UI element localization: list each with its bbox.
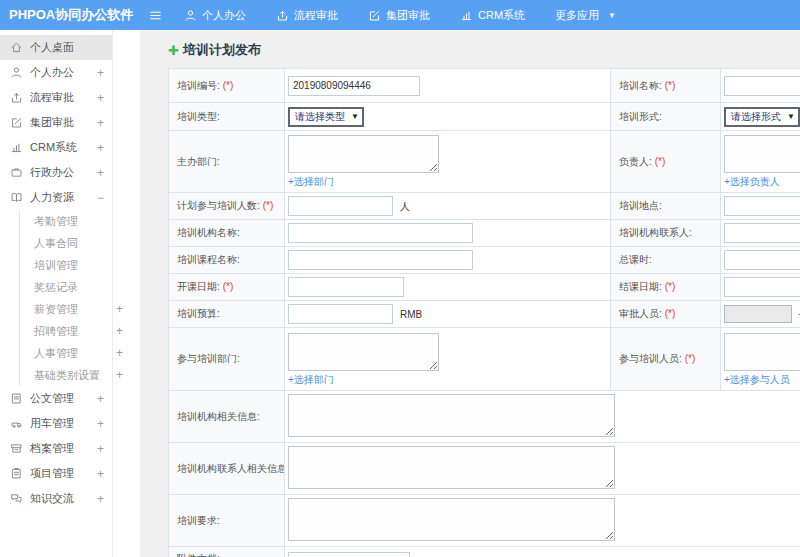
sidebar-item-label: 人事合同 [34,236,78,251]
selected-option: 请选择类型 [295,110,345,124]
course-name-input[interactable] [288,250,473,270]
nav-label: 个人办公 [202,8,246,23]
field-label: 开课日期: [177,281,220,292]
briefcase-icon [10,166,23,179]
sidebar-item-knowledge-exchange[interactable]: 知识交流 + [0,486,112,511]
choose-join-dept-link[interactable]: +选择部门 [288,373,334,387]
expand-plus-icon[interactable]: + [97,467,104,481]
attachment-input[interactable] [288,552,410,557]
sidebar-item-recruit-mgmt[interactable]: 招聘管理 + [20,320,112,342]
training-place-input[interactable] [724,196,800,216]
training-mode-select[interactable]: 请选择形式 ▼ [724,107,800,127]
expand-plus-icon[interactable]: + [97,141,104,155]
field-label: 培训类型: [177,111,220,122]
sidebar-item-hr-contract[interactable]: 人事合同 [20,232,112,254]
expand-plus-icon[interactable]: + [116,324,123,338]
choose-dept-link[interactable]: +选择部门 [288,175,334,189]
org-info-textarea[interactable] [288,394,615,437]
sidebar-item-label: 流程审批 [30,90,74,105]
table-row: 培训机构联系人相关信息: [169,443,800,495]
sidebar-item-personnel-mgmt[interactable]: 人事管理 + [20,342,112,364]
sidebar-item-archive-mgmt[interactable]: 档案管理 + [0,436,112,461]
expand-plus-icon[interactable]: + [97,66,104,80]
sidebar-item-workflow-approval[interactable]: 流程审批 + [0,85,112,110]
sidebar-item-label: 集团审批 [30,115,74,130]
sidebar-item-salary-mgmt[interactable]: 薪资管理 + [20,298,112,320]
training-type-select[interactable]: 请选择类型 ▼ [288,107,364,127]
field-label: 培训机构名称: [177,227,240,238]
collapse-minus-icon[interactable]: − [97,191,104,205]
expand-plus-icon[interactable]: + [116,368,123,382]
end-date-input[interactable] [724,277,800,297]
nav-label: 更多应用 [555,8,599,23]
field-label: 参与培训人员: [619,353,682,364]
field-label: 总课时: [619,254,652,265]
training-no-input[interactable] [288,76,420,96]
sidebar-item-label: 公文管理 [30,391,74,406]
expand-plus-icon[interactable]: + [97,166,104,180]
field-label: 计划参与培训人数: [177,200,260,211]
sidebar-item-vehicle-mgmt[interactable]: 用车管理 + [0,411,112,436]
expand-plus-icon[interactable]: + [116,302,123,316]
approver-input[interactable] [724,305,792,323]
sidebar-item-training-mgmt[interactable]: 培训管理 [20,254,112,276]
nav-personal-office[interactable]: 个人办公 [184,8,246,23]
field-label: 培训要求: [177,515,220,526]
leader-textarea[interactable] [724,135,800,173]
expand-plus-icon[interactable]: + [97,492,104,506]
expand-plus-icon[interactable]: + [97,116,104,130]
sidebar-item-personal-desktop[interactable]: 个人桌面 [0,35,112,60]
field-label: 负责人: [619,156,652,167]
training-org-input[interactable] [288,223,473,243]
sidebar-item-personal-office[interactable]: 个人办公 + [0,60,112,85]
contact-info-textarea[interactable] [288,446,615,489]
nav-group-approval[interactable]: 集团审批 [368,8,430,23]
expand-plus-icon[interactable]: + [97,91,104,105]
field-label: 培训形式: [619,111,662,122]
chevron-down-icon: ▼ [787,112,795,121]
choose-join-user-link[interactable]: +选择参与人员 [724,373,790,387]
sidebar-item-base-category-setting[interactable]: 基础类别设置 + [20,364,112,386]
sidebar-item-group-approval[interactable]: 集团审批 + [0,110,112,135]
trainee-count-input[interactable] [288,196,393,216]
document-icon [10,392,23,405]
sidebar-item-reward-record[interactable]: 奖惩记录 [20,276,112,298]
sidebar-item-document-mgmt[interactable]: 公文管理 + [0,386,112,411]
join-user-textarea[interactable] [724,333,800,371]
page-title: ✚ 培训计划发布 [168,41,800,59]
bar-chart-icon [10,141,23,154]
nav-more-apps[interactable]: 更多应用 ▼ [555,8,616,23]
join-dept-textarea[interactable] [288,333,439,371]
field-label: 培训预算: [177,308,220,319]
hamburger-menu-button[interactable] [140,8,170,23]
app-logo: PHPOA协同办公软件 [0,6,140,24]
chat-bubbles-icon [10,492,23,505]
sidebar-item-attendance-mgmt[interactable]: 考勤管理 [20,210,112,232]
expand-plus-icon[interactable]: + [97,442,104,456]
training-name-input[interactable] [724,76,800,96]
requirement-textarea[interactable] [288,498,615,541]
expand-plus-icon[interactable]: + [116,346,123,360]
nav-crm-system[interactable]: CRM系统 [460,8,525,23]
field-label: 附件文档: [177,553,220,557]
total-hours-input[interactable] [724,250,800,270]
expand-plus-icon[interactable]: + [97,392,104,406]
budget-input[interactable] [288,304,393,324]
archive-box-icon [10,442,23,455]
field-label: 培训编号: [177,80,220,91]
app-window: PHPOA协同办公软件 个人办公 流程审批 [0,0,800,557]
sidebar-item-human-resources[interactable]: 人力资源 − [0,185,112,210]
sidebar-item-admin-office[interactable]: 行政办公 + [0,160,112,185]
expand-plus-icon[interactable]: + [97,417,104,431]
sidebar-item-project-mgmt[interactable]: 项目管理 + [0,461,112,486]
start-date-input[interactable] [288,277,404,297]
sidebar-item-crm-system[interactable]: CRM系统 + [0,135,112,160]
choose-leader-link[interactable]: +选择负责人 [724,175,780,189]
upload-flow-icon [276,9,289,22]
required-mark: (*) [665,308,676,319]
sidebar-item-label: 知识交流 [30,491,74,506]
sidebar-item-label: 用车管理 [30,416,74,431]
nav-workflow-approval[interactable]: 流程审批 [276,8,338,23]
org-contact-input[interactable] [724,223,800,243]
host-dept-textarea[interactable] [288,135,439,173]
